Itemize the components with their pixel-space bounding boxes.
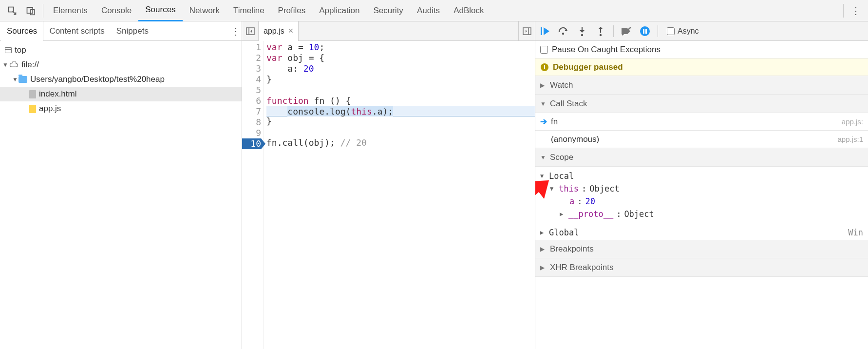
callstack-header[interactable]: ▼ Call Stack: [535, 95, 868, 113]
callstack-frame[interactable]: ➔ fn app.js:: [535, 113, 868, 131]
scope-proto-row[interactable]: ▶ __proto__: Object: [540, 208, 863, 220]
step-out-icon[interactable]: [595, 25, 606, 37]
debugger-paused-label: Debugger paused: [553, 62, 623, 72]
collapse-icon: ▼: [540, 100, 546, 107]
inspect-element-icon[interactable]: [5, 3, 19, 18]
line-gutter[interactable]: 1 2 3 4 5 6 7 8 9 10: [242, 41, 264, 349]
file-tree: top ▼ file:// ▼ Users/yangbo/Desktop/tes…: [0, 41, 242, 118]
scope-this-row[interactable]: ▼ this: Object: [540, 182, 863, 195]
navigator-tab-sources[interactable]: Sources: [1, 21, 43, 41]
show-navigator-icon[interactable]: [242, 21, 259, 41]
resume-icon[interactable]: [539, 25, 551, 37]
navigator-tabs: Sources Content scripts Snippets ⋮: [0, 21, 242, 41]
info-icon: [540, 63, 549, 72]
watch-header[interactable]: ▶ Watch: [535, 76, 868, 95]
scope-local-row[interactable]: ▼ Local: [540, 170, 863, 182]
tab-application[interactable]: Application: [312, 0, 366, 21]
more-menu-icon[interactable]: ⋮: [849, 3, 863, 18]
expand-icon: ▶: [540, 229, 546, 236]
debugger-toolbar: Async: [535, 21, 868, 41]
line-number: 8: [242, 117, 261, 128]
xhr-breakpoints-label: XHR Breakpoints: [550, 263, 613, 272]
expand-icon: ▶: [540, 264, 546, 271]
breakpoints-header[interactable]: ▶ Breakpoints: [535, 240, 868, 258]
file-icon: [29, 105, 36, 113]
async-checkbox-wrap[interactable]: Async: [667, 27, 699, 36]
breakpoints-label: Breakpoints: [550, 244, 594, 254]
scope-header[interactable]: ▼ Scope: [535, 148, 868, 167]
frame-icon: [5, 47, 12, 53]
tab-console[interactable]: Console: [94, 0, 138, 21]
navigator-tab-snippets[interactable]: Snippets: [111, 21, 154, 41]
line-number: 4: [242, 74, 261, 85]
show-debugger-icon[interactable]: [518, 21, 535, 41]
frame-name: fn: [551, 117, 558, 127]
tab-network[interactable]: Network: [183, 0, 226, 21]
frame-location: app.js:: [842, 117, 863, 126]
device-toolbar-icon[interactable]: [23, 3, 38, 18]
tab-adblock[interactable]: AdBlock: [447, 0, 491, 21]
xhr-breakpoints-header[interactable]: ▶ XHR Breakpoints: [535, 258, 868, 277]
scope-global-row[interactable]: ▶ Global Win: [535, 225, 868, 240]
svg-rect-1: [27, 7, 33, 13]
tree-file-appjs[interactable]: app.js: [0, 101, 242, 116]
code-line-current: console.log(this.a);: [266, 106, 535, 116]
close-tab-icon[interactable]: ×: [288, 26, 294, 36]
svg-rect-19: [544, 65, 545, 66]
svg-rect-16: [645, 29, 647, 34]
async-label: Async: [678, 27, 699, 36]
folder-icon: [19, 76, 27, 83]
tab-security[interactable]: Security: [366, 0, 410, 21]
expand-icon: ▶: [540, 82, 546, 89]
debugger-body: Pause On Caught Exceptions Debugger paus…: [535, 41, 868, 349]
scope-value: Object: [589, 182, 619, 195]
frame-name: (anonymous): [551, 135, 599, 144]
tree-file-origin[interactable]: ▼ file://: [0, 58, 242, 72]
svg-point-8: [562, 32, 564, 34]
tab-audits[interactable]: Audits: [410, 0, 447, 21]
scope-label: Scope: [550, 153, 573, 162]
code-line: function fn () {: [266, 96, 535, 106]
navigator-more-icon[interactable]: ⋮: [231, 25, 241, 37]
step-into-icon[interactable]: [576, 25, 588, 37]
line-number-breakpoint[interactable]: 10: [242, 138, 261, 149]
editor-tab-label: app.js: [264, 27, 284, 36]
editor-pane: app.js × 1 2 3 4 5 6 7 8 9 10 var a = 10…: [242, 21, 535, 349]
tab-profiles[interactable]: Profiles: [271, 0, 313, 21]
callstack-frame[interactable]: (anonymous) app.js:1: [535, 131, 868, 148]
code-line: [266, 85, 535, 96]
debugger-pane: Async Pause On Caught Exceptions Debugge…: [535, 21, 868, 349]
collapse-icon: ▼: [550, 182, 556, 195]
svg-rect-7: [541, 27, 542, 35]
pause-on-caught-row[interactable]: Pause On Caught Exceptions: [535, 41, 868, 58]
cloud-icon: [9, 60, 19, 70]
tree-label: file://: [21, 60, 39, 70]
scope-value: 20: [585, 195, 595, 208]
scope-value: Object: [624, 208, 654, 220]
tree-expand-icon: ▼: [2, 61, 9, 68]
scope-local: ▼ Local ▼ this: Object a: 20 ▶ __proto__…: [535, 167, 868, 225]
code-line: var a = 10;: [266, 42, 535, 53]
async-checkbox[interactable]: [667, 27, 675, 35]
pause-on-exceptions-icon[interactable]: [639, 25, 651, 37]
tree-top-frame[interactable]: top: [0, 43, 242, 58]
line-number: 7: [242, 106, 261, 117]
line-number: 9: [242, 128, 261, 138]
scope-a-row[interactable]: a: 20: [540, 195, 863, 208]
pause-on-caught-label: Pause On Caught Exceptions: [552, 45, 660, 55]
line-number: 2: [242, 53, 261, 63]
pause-on-caught-checkbox[interactable]: [540, 46, 548, 54]
step-over-icon[interactable]: [558, 25, 569, 37]
tree-folder[interactable]: ▼ Users/yangbo/Desktop/test%20heap: [0, 72, 242, 87]
tab-timeline[interactable]: Timeline: [226, 0, 271, 21]
code-editor[interactable]: 1 2 3 4 5 6 7 8 9 10 var a = 10; var obj…: [242, 41, 535, 349]
navigator-tab-content-scripts[interactable]: Content scripts: [43, 21, 110, 41]
deactivate-breakpoints-icon[interactable]: [621, 25, 632, 37]
tab-elements[interactable]: Elements: [46, 0, 94, 21]
editor-tab-appjs[interactable]: app.js ×: [259, 21, 299, 41]
tab-sources[interactable]: Sources: [138, 0, 182, 21]
current-frame-icon: ➔: [540, 116, 547, 127]
tree-file-index[interactable]: index.html: [0, 87, 242, 101]
line-number: 1: [242, 42, 261, 53]
expand-icon: ▶: [560, 208, 566, 220]
